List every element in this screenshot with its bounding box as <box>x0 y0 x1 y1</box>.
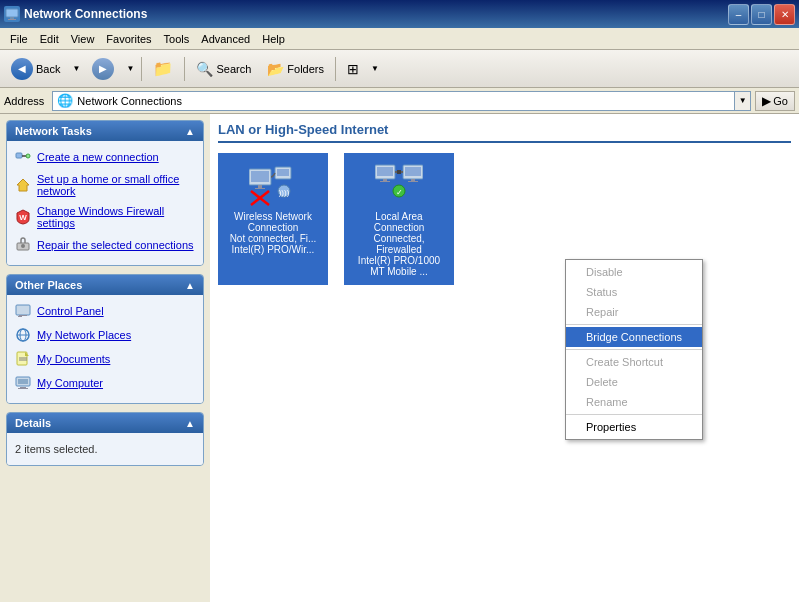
my-documents-icon <box>15 351 31 367</box>
my-computer-icon <box>15 375 31 391</box>
other-places-section: Other Places ▲ Control Panel <box>6 274 204 404</box>
up-button[interactable]: 📁 <box>146 54 180 84</box>
menu-bar: File Edit View Favorites Tools Advanced … <box>0 28 799 50</box>
network-icons-area: )))) Wireless Network Connection Not con… <box>218 153 791 285</box>
ctx-rename[interactable]: Rename <box>566 392 702 412</box>
my-computer-button[interactable]: My Computer <box>11 373 199 393</box>
back-arrow[interactable]: ▼ <box>69 54 83 84</box>
repair-selected-button[interactable]: Repair the selected connections <box>11 235 199 255</box>
maximize-button[interactable]: □ <box>751 4 772 25</box>
views-button[interactable]: ⊞ <box>340 54 366 84</box>
control-panel-icon <box>15 303 31 319</box>
create-connection-button[interactable]: Create a new connection <box>11 147 199 167</box>
svg-rect-37 <box>380 181 390 182</box>
svg-rect-21 <box>20 387 26 388</box>
menu-file[interactable]: File <box>4 31 34 47</box>
forward-arrow[interactable]: ▼ <box>123 54 137 84</box>
svg-rect-3 <box>16 153 22 158</box>
menu-favorites[interactable]: Favorites <box>100 31 157 47</box>
svg-rect-36 <box>383 179 387 181</box>
network-tasks-header[interactable]: Network Tasks ▲ <box>7 121 203 141</box>
ctx-sep-1 <box>566 324 702 325</box>
svg-rect-22 <box>18 388 28 389</box>
address-value: Network Connections <box>77 95 182 107</box>
go-arrow-icon: ▶ <box>762 94 771 108</box>
ctx-delete[interactable]: Delete <box>566 372 702 392</box>
setup-home-button[interactable]: Set up a home or small office network <box>11 171 199 199</box>
change-firewall-button[interactable]: W Change Windows Firewall settings <box>11 203 199 231</box>
views-arrow[interactable]: ▼ <box>368 54 382 84</box>
my-documents-button[interactable]: My Documents <box>11 349 199 369</box>
my-network-label: My Network Places <box>37 329 131 341</box>
network-tasks-content: Create a new connection Set up a home or… <box>7 141 203 265</box>
menu-help[interactable]: Help <box>256 31 291 47</box>
my-documents-label: My Documents <box>37 353 110 365</box>
search-label: Search <box>216 63 251 75</box>
back-button[interactable]: ◀ Back <box>4 54 67 84</box>
close-button[interactable]: ✕ <box>774 4 795 25</box>
address-input[interactable]: 🌐 Network Connections <box>52 91 735 111</box>
right-content: LAN or High-Speed Internet <box>210 114 799 602</box>
details-collapse-icon: ▲ <box>185 418 195 429</box>
my-network-button[interactable]: My Network Places <box>11 325 199 345</box>
menu-edit[interactable]: Edit <box>34 31 65 47</box>
title-bar: Network Connections – □ ✕ <box>0 0 799 28</box>
svg-rect-26 <box>258 185 262 188</box>
other-places-title: Other Places <box>15 279 82 291</box>
svg-rect-2 <box>8 19 16 20</box>
lan-connection-item[interactable]: ✓ Local Area Connection Connected, Firew… <box>344 153 454 285</box>
app-icon <box>4 6 20 22</box>
window-title: Network Connections <box>24 7 147 21</box>
forward-button[interactable]: ▶ <box>85 54 121 84</box>
title-bar-left: Network Connections <box>4 6 147 22</box>
ctx-status[interactable]: Status <box>566 282 702 302</box>
create-connection-icon <box>15 149 31 165</box>
menu-view[interactable]: View <box>65 31 101 47</box>
setup-home-icon <box>15 177 31 193</box>
svg-rect-25 <box>251 171 269 182</box>
network-tasks-title: Network Tasks <box>15 125 92 137</box>
ctx-properties[interactable]: Properties <box>566 417 702 437</box>
search-button[interactable]: 🔍 Search <box>189 54 258 84</box>
other-places-header[interactable]: Other Places ▲ <box>7 275 203 295</box>
svg-rect-12 <box>19 315 27 316</box>
menu-tools[interactable]: Tools <box>158 31 196 47</box>
wireless-connection-item[interactable]: )))) Wireless Network Connection Not con… <box>218 153 328 285</box>
folders-button[interactable]: 📂 Folders <box>260 54 331 84</box>
repair-selected-icon <box>15 237 31 253</box>
svg-rect-40 <box>411 179 415 181</box>
back-icon: ◀ <box>11 58 33 80</box>
details-content: 2 items selected. <box>7 433 203 465</box>
address-dropdown[interactable]: ▼ <box>735 91 751 111</box>
svg-point-9 <box>21 244 25 248</box>
ctx-sep-2 <box>566 349 702 350</box>
window-controls: – □ ✕ <box>728 4 795 25</box>
ctx-repair[interactable]: Repair <box>566 302 702 322</box>
lan-connection-icon: ✓ <box>375 161 423 209</box>
left-panel: Network Tasks ▲ Create a new connection <box>0 114 210 602</box>
toolbar: ◀ Back ▼ ▶ ▼ 📁 🔍 Search 📂 Folders ⊞ ▼ <box>0 50 799 88</box>
network-tasks-section: Network Tasks ▲ Create a new connection <box>6 120 204 266</box>
details-header[interactable]: Details ▲ <box>7 413 203 433</box>
svg-rect-29 <box>277 169 289 176</box>
details-title: Details <box>15 417 51 429</box>
wireless-label: Wireless Network Connection Not connecte… <box>226 211 320 255</box>
ctx-bridge[interactable]: Bridge Connections <box>566 327 702 347</box>
control-panel-button[interactable]: Control Panel <box>11 301 199 321</box>
lan-label: Local Area Connection Connected, Firewal… <box>352 211 446 277</box>
search-icon: 🔍 <box>196 61 213 77</box>
context-menu: Disable Status Repair Bridge Connections… <box>565 259 703 440</box>
minimize-button[interactable]: – <box>728 4 749 25</box>
forward-icon: ▶ <box>92 58 114 80</box>
details-text: 2 items selected. <box>11 439 199 459</box>
address-folder-icon: 🌐 <box>57 93 73 108</box>
svg-text:W: W <box>19 213 27 222</box>
go-button[interactable]: ▶ Go <box>755 91 795 111</box>
ctx-create-shortcut[interactable]: Create Shortcut <box>566 352 702 372</box>
menu-advanced[interactable]: Advanced <box>195 31 256 47</box>
ctx-disable[interactable]: Disable <box>566 262 702 282</box>
toolbar-sep-2 <box>184 57 185 81</box>
wireless-connection-icon: )))) <box>249 161 297 209</box>
network-tasks-collapse-icon: ▲ <box>185 126 195 137</box>
svg-rect-39 <box>405 167 421 176</box>
